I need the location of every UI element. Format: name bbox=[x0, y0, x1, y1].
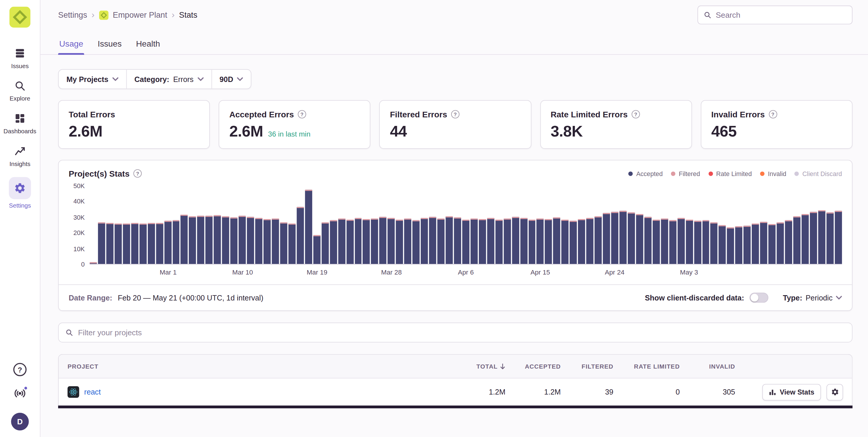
org-logo[interactable] bbox=[9, 7, 30, 28]
chart-bar[interactable] bbox=[479, 219, 486, 264]
chart-bar[interactable] bbox=[338, 219, 345, 264]
help-badge-icon[interactable]: ? bbox=[298, 110, 306, 118]
chart-bar[interactable] bbox=[106, 223, 113, 264]
chart-bar[interactable] bbox=[239, 215, 246, 264]
chart-bar[interactable] bbox=[487, 218, 494, 264]
chart-bar[interactable] bbox=[694, 221, 701, 264]
chart-bar[interactable] bbox=[653, 220, 660, 264]
chart-bar[interactable] bbox=[710, 223, 717, 264]
legend-item-client-discard[interactable]: Client Discard bbox=[795, 170, 842, 177]
chart-bar[interactable] bbox=[206, 216, 213, 264]
chart-bar[interactable] bbox=[504, 219, 511, 264]
column-header-accepted[interactable]: ACCEPTED bbox=[514, 355, 570, 378]
date-range-dropdown[interactable]: 90D bbox=[211, 70, 251, 89]
global-search[interactable] bbox=[698, 6, 852, 25]
chart-bar[interactable] bbox=[570, 221, 577, 264]
chart-bar[interactable] bbox=[769, 224, 776, 264]
breadcrumb-org[interactable]: Empower Plant bbox=[113, 11, 167, 20]
legend-item-accepted[interactable]: Accepted bbox=[628, 170, 663, 177]
chart-bar[interactable] bbox=[760, 222, 767, 264]
chart-bar[interactable] bbox=[247, 217, 254, 264]
chart-bar[interactable] bbox=[280, 223, 287, 264]
sidebar-item-issues[interactable]: Issues bbox=[0, 46, 40, 69]
project-filter-input[interactable] bbox=[78, 328, 845, 337]
sidebar-item-explore[interactable]: Explore bbox=[0, 79, 40, 102]
column-header-invalid[interactable]: INVALID bbox=[689, 355, 744, 378]
category-filter-dropdown[interactable]: Category: Errors bbox=[126, 70, 211, 89]
chart-bar[interactable] bbox=[528, 220, 535, 264]
chart-bar[interactable] bbox=[677, 218, 684, 264]
breadcrumb-settings[interactable]: Settings bbox=[58, 11, 87, 20]
legend-item-invalid[interactable]: Invalid bbox=[760, 170, 786, 177]
chart-bar[interactable] bbox=[520, 217, 527, 264]
chart-bar[interactable] bbox=[363, 219, 370, 264]
chart-bar[interactable] bbox=[437, 219, 444, 264]
search-input[interactable] bbox=[716, 11, 846, 20]
chart-bar[interactable] bbox=[321, 223, 329, 264]
chart-bar[interactable] bbox=[115, 224, 122, 264]
chart-bar[interactable] bbox=[90, 262, 97, 264]
help-badge-icon[interactable]: ? bbox=[631, 110, 640, 118]
chart-bar[interactable] bbox=[173, 220, 180, 264]
chart-bar[interactable] bbox=[512, 217, 519, 264]
chart-bar[interactable] bbox=[148, 223, 155, 264]
help-badge-icon[interactable]: ? bbox=[133, 169, 142, 177]
chart-bar[interactable] bbox=[272, 218, 279, 264]
type-dropdown[interactable]: Type: Periodic bbox=[783, 293, 842, 302]
tab-usage[interactable]: Usage bbox=[58, 35, 84, 54]
chart-bar[interactable] bbox=[462, 220, 469, 264]
chart-bar[interactable] bbox=[752, 223, 759, 264]
chart-bar[interactable] bbox=[371, 218, 378, 264]
legend-item-rate-limited[interactable]: Rate Limited bbox=[708, 170, 752, 177]
chart-bar[interactable] bbox=[255, 218, 262, 264]
chart-bar[interactable] bbox=[197, 215, 205, 264]
chart-bar[interactable] bbox=[586, 218, 593, 264]
chart-bar[interactable] bbox=[495, 220, 502, 264]
chart-bar[interactable] bbox=[156, 223, 163, 264]
chart-bar[interactable] bbox=[545, 220, 552, 264]
chart-bar[interactable] bbox=[429, 217, 436, 264]
sidebar-item-insights[interactable]: Insights bbox=[0, 144, 40, 167]
chart-bar[interactable] bbox=[735, 227, 742, 264]
tab-health[interactable]: Health bbox=[135, 35, 161, 54]
chart-bar[interactable] bbox=[181, 215, 188, 264]
chart-bar[interactable] bbox=[810, 212, 817, 264]
chart-bar[interactable] bbox=[537, 219, 544, 264]
help-badge-icon[interactable]: ? bbox=[769, 110, 777, 118]
chart-bar[interactable] bbox=[669, 220, 676, 264]
chart-bar[interactable] bbox=[719, 225, 726, 264]
chart-bar[interactable] bbox=[214, 215, 221, 264]
chart-bar[interactable] bbox=[421, 218, 428, 264]
chart-bar[interactable] bbox=[189, 216, 196, 264]
chart-bar[interactable] bbox=[686, 220, 693, 264]
user-avatar[interactable]: D bbox=[11, 413, 29, 431]
chart-bar[interactable] bbox=[603, 213, 610, 264]
chart-bar[interactable] bbox=[827, 212, 834, 264]
view-stats-button[interactable]: View Stats bbox=[762, 383, 821, 400]
chart-bar[interactable] bbox=[445, 216, 453, 264]
chart-bar[interactable] bbox=[139, 224, 146, 264]
column-header-project[interactable]: PROJECT bbox=[59, 355, 451, 378]
chart-bar[interactable] bbox=[354, 218, 362, 264]
chart-bar[interactable] bbox=[743, 226, 751, 264]
chart-bar[interactable] bbox=[454, 217, 461, 264]
chart-bar[interactable] bbox=[313, 235, 320, 264]
legend-item-filtered[interactable]: Filtered bbox=[671, 170, 700, 177]
chart-bar[interactable] bbox=[620, 211, 627, 264]
chart-bar[interactable] bbox=[802, 214, 809, 264]
client-discard-toggle[interactable] bbox=[750, 293, 769, 303]
chart-bar[interactable] bbox=[644, 217, 651, 264]
sidebar-item-dashboards[interactable]: Dashboards bbox=[0, 112, 40, 134]
chart-bar[interactable] bbox=[230, 217, 238, 264]
chart-bar[interactable] bbox=[594, 216, 601, 264]
chart-bar[interactable] bbox=[123, 223, 130, 264]
chart-bar[interactable] bbox=[404, 219, 411, 264]
chart-bar[interactable] bbox=[164, 221, 171, 264]
chart-bar[interactable] bbox=[578, 219, 585, 264]
chart-bar[interactable] bbox=[628, 212, 635, 264]
chart-bar[interactable] bbox=[412, 220, 420, 264]
chart-bar[interactable] bbox=[818, 210, 825, 264]
chart-bar[interactable] bbox=[98, 223, 105, 264]
chart-bar[interactable] bbox=[305, 190, 312, 264]
project-settings-button[interactable] bbox=[827, 383, 843, 400]
